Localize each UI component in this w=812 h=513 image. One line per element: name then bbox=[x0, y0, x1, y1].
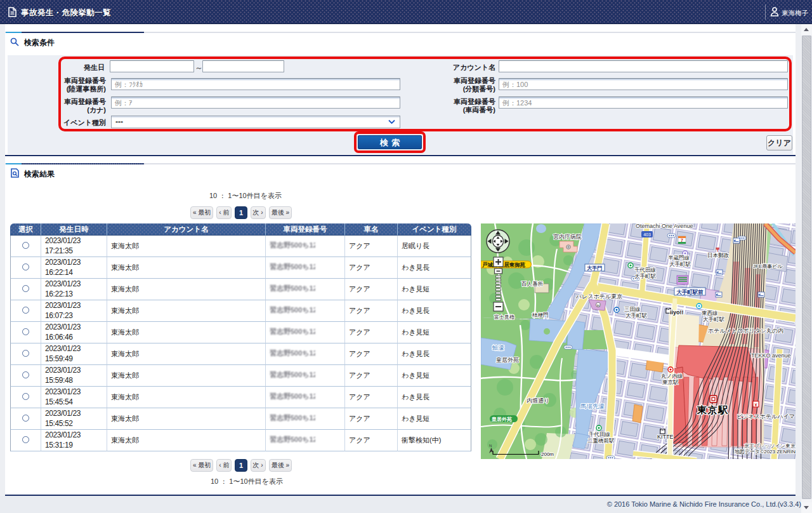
svg-text:蛤濠: 蛤濠 bbox=[492, 344, 504, 351]
svg-text:日本郵政: 日本郵政 bbox=[707, 252, 730, 258]
svg-text:丸ノ内線: 丸ノ内線 bbox=[661, 373, 683, 379]
svg-text:千代田線: 千代田線 bbox=[589, 431, 610, 437]
svg-text:大手町駅前: 大手町駅前 bbox=[676, 289, 704, 295]
svg-text:東京駅: 東京駅 bbox=[662, 379, 679, 385]
svg-text:ビジネスホテルハイマ: ビジネスホテルハイマ bbox=[737, 413, 795, 420]
svg-text:大手町駅: 大手町駅 bbox=[625, 312, 648, 319]
svg-text:千代田線: 千代田線 bbox=[634, 267, 656, 273]
svg-text:宮内庁病院: 宮内庁病院 bbox=[553, 234, 582, 240]
svg-text:¥: ¥ bbox=[755, 403, 757, 407]
svg-text:7: 7 bbox=[681, 238, 683, 243]
svg-text:TEKKO avenue: TEKKO avenue bbox=[751, 352, 791, 359]
svg-text:H: H bbox=[597, 303, 599, 307]
svg-text:二重橋前駅: 二重橋前駅 bbox=[587, 437, 615, 444]
svg-text:東京駅: 東京駅 bbox=[697, 404, 729, 415]
svg-text:皇居外苑: 皇居外苑 bbox=[491, 416, 512, 422]
svg-text:Otemachi One Avenue: Otemachi One Avenue bbox=[636, 223, 693, 229]
svg-text:東西線: 東西線 bbox=[702, 310, 718, 316]
svg-text:N: N bbox=[489, 444, 492, 448]
svg-text:大手町駅: 大手町駅 bbox=[634, 273, 657, 279]
svg-text:パレスホテル東京: パレスホテル東京 bbox=[575, 293, 622, 300]
svg-text:地図データ©2023 ZENRIN: 地図データ©2023 ZENRIN bbox=[734, 449, 796, 455]
svg-text:iiyo!!: iiyo!! bbox=[670, 309, 684, 316]
svg-text:KITTE: KITTE bbox=[657, 434, 674, 440]
svg-text:大手町駅: 大手町駅 bbox=[703, 316, 725, 323]
svg-text:桔梗門: 桔梗門 bbox=[532, 312, 549, 318]
svg-text:三田線: 三田線 bbox=[624, 306, 641, 312]
svg-text:大手門: 大手門 bbox=[587, 265, 603, 271]
svg-text:百人番所: 百人番所 bbox=[521, 281, 544, 287]
svg-text:半蔵門線: 半蔵門線 bbox=[668, 255, 690, 261]
svg-text:200m: 200m bbox=[541, 451, 554, 457]
svg-text:JFE商事ビル: JFE商事ビル bbox=[753, 263, 783, 269]
svg-text:ホテルメトロポリタン丸の内: ホテルメトロポリタン丸の内 bbox=[708, 328, 783, 334]
svg-text:戸城跡皇居東御苑: 戸城跡皇居東御苑 bbox=[481, 262, 526, 268]
svg-text:京王プレッソイン東京: 京王プレッソイン東京 bbox=[744, 443, 796, 449]
svg-text:皇居外苑: 皇居外苑 bbox=[496, 357, 519, 363]
svg-text:403: 403 bbox=[643, 232, 651, 237]
svg-text:富士見櫓: 富士見櫓 bbox=[494, 314, 514, 320]
svg-text:大手町駅: 大手町駅 bbox=[669, 261, 691, 267]
svg-text:馬場先濠: 馬場先濠 bbox=[580, 403, 605, 410]
svg-text:内堀通り: 内堀通り bbox=[527, 397, 549, 404]
